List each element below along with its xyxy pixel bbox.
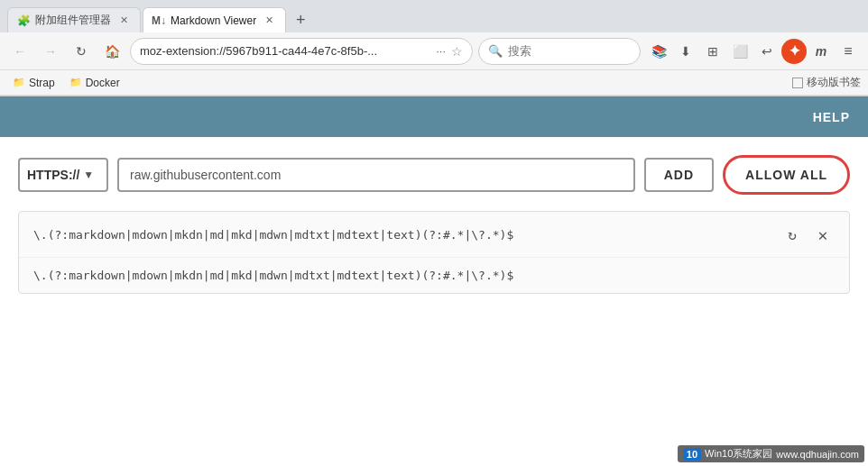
url-input[interactable] [117,158,635,192]
allow-all-button[interactable]: ALLOW ALL [723,155,850,195]
download-icon[interactable]: ⬇ [673,39,698,64]
add-button[interactable]: ADD [644,158,714,192]
browser-chrome: 🧩 附加组件管理器 ✕ M↓ Markdown Viewer ✕ + ← → ↻… [0,0,868,96]
address-star-button[interactable]: ☆ [451,44,463,59]
tab-addon-close[interactable]: ✕ [116,14,131,28]
bookmark-strap-label: Strap [29,77,55,89]
address-bar-row: ← → ↻ 🏠 moz-extension://5967b911-ca44-4e… [0,32,868,70]
menu-icon[interactable]: ≡ [836,39,861,64]
bookmarks-bar: 📁 Strap 📁 Docker 移动版书签 [0,70,868,96]
help-button[interactable]: HELP [813,110,850,124]
mobile-bookmark[interactable]: 移动版书签 [792,75,861,90]
rule-2-text: \.(?:markdown|mdown|mkdn|md|mkd|mdwn|mdt… [33,269,835,282]
mobile-bookmark-label: 移动版书签 [807,75,861,90]
markdown-icon: M↓ [152,14,165,27]
strap-icon: 📁 [13,77,25,88]
bookmark-strap[interactable]: 📁 Strap [7,75,60,91]
forward-button[interactable]: → [38,39,63,64]
tab-markdown-label: Markdown Viewer [171,14,256,27]
rule-1-actions: ↻ ✕ [780,223,835,246]
tab-addon-label: 附加组件管理器 [35,13,111,28]
bookmark-docker[interactable]: 📁 Docker [64,75,125,91]
back-history-icon[interactable]: ↩ [754,39,780,64]
tab-markdown-close[interactable]: ✕ [262,14,276,28]
puzzle-icon: 🧩 [17,14,30,27]
new-tab-button[interactable]: + [288,7,313,32]
extension-page: HELP HTTPS:// ▼ ADD ALLOW ALL \.(?:markd… [0,96,868,466]
watermark-url: www.qdhuajin.com [776,449,859,460]
bookmark-docker-label: Docker [86,77,120,89]
ext-header: HELP [0,96,868,137]
firefox-icon[interactable]: ✦ [781,39,807,64]
reload-button[interactable]: ↻ [69,39,94,64]
protocol-label: HTTPS:// [27,168,79,182]
protocol-select[interactable]: HTTPS:// ▼ [18,158,108,192]
address-more-button[interactable]: ··· [436,44,446,58]
chevron-down-icon: ▼ [83,169,94,181]
watermark-text: Win10系统家园 [705,447,772,461]
watermark-logo: 10 [683,448,701,461]
m-icon[interactable]: m [808,39,834,64]
mobile-bookmark-checkbox[interactable] [792,78,803,88]
url-input-row: HTTPS:// ▼ ADD ALLOW ALL [18,155,850,195]
address-box[interactable]: moz-extension://5967b911-ca44-4e7c-8f5b-… [130,38,473,65]
bookmarks-icon[interactable]: 📚 [646,39,671,64]
watermark: 10 Win10系统家园 www.qdhuajin.com [678,445,864,462]
search-box[interactable]: 🔍 [478,38,641,65]
rule-1-text: \.(?:markdown|mdown|mkdn|md|mkd|mdwn|mdt… [33,228,780,242]
tablet-icon[interactable]: ⬜ [727,39,753,64]
rule-row: \.(?:markdown|mdown|mkdn|md|mkd|mdwn|mdt… [19,212,849,258]
grid-icon[interactable]: ⊞ [700,39,725,64]
search-icon: 🔍 [488,44,503,58]
back-button[interactable]: ← [7,39,32,64]
tab-addon[interactable]: 🧩 附加组件管理器 ✕ [7,7,141,32]
toolbar-icons: 📚 ⬇ ⊞ ⬜ ↩ ✦ m ≡ [646,39,861,64]
address-text: moz-extension://5967b911-ca44-4e7c-8f5b-… [140,44,430,58]
home-button[interactable]: 🏠 [99,39,125,64]
rule-1-delete-button[interactable]: ✕ [811,223,835,246]
rule-1-refresh-button[interactable]: ↻ [780,223,804,246]
rules-container: \.(?:markdown|mdown|mkdn|md|mkd|mdwn|mdt… [18,211,850,294]
tab-markdown[interactable]: M↓ Markdown Viewer ✕ [143,7,286,32]
tab-bar: 🧩 附加组件管理器 ✕ M↓ Markdown Viewer ✕ + [0,0,868,32]
search-input[interactable] [508,44,625,58]
docker-icon: 📁 [69,77,82,88]
rule-row: \.(?:markdown|mdown|mkdn|md|mkd|mdwn|mdt… [19,258,849,293]
ext-content: HTTPS:// ▼ ADD ALLOW ALL \.(?:markdown|m… [0,137,868,466]
